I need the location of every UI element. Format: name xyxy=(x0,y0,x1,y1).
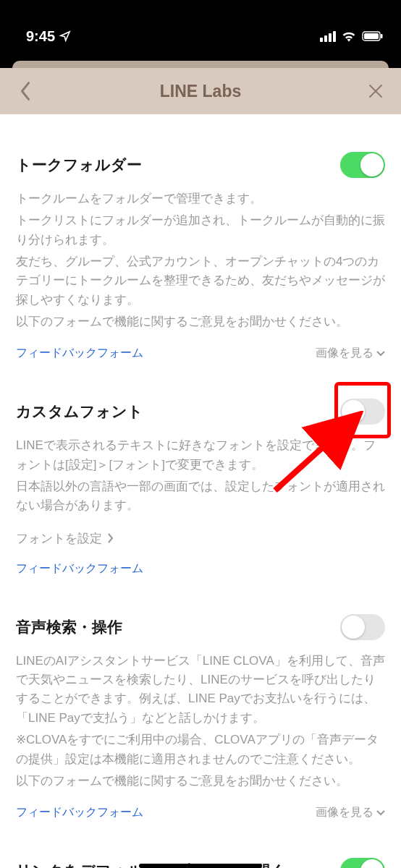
toggle-talk-folder[interactable] xyxy=(340,152,385,178)
section-voice-search: 音声検索・操作 LINEのAIアシスタントサービス「LINE CLOVA」を利用… xyxy=(16,576,385,820)
wifi-icon xyxy=(342,30,356,42)
svg-rect-1 xyxy=(364,33,379,39)
header-bar: LINE Labs xyxy=(0,68,401,114)
section-desc: LINEで表示されるテキストに好きなフォントを設定できます。フォントは[設定]＞… xyxy=(16,436,385,475)
section-custom-font: カスタムフォント LINEで表示されるテキストに好きなフォントを設定できます。フ… xyxy=(16,361,385,576)
feedback-link[interactable]: フィードバックフォーム xyxy=(16,561,143,576)
section-title: 音声検索・操作 xyxy=(16,617,122,637)
status-time: 9:45 xyxy=(26,28,55,45)
section-desc: 以下のフォームで機能に関するご意見をお聞かせください。 xyxy=(16,772,385,791)
section-default-browser: リンクをデフォルトのブラウザで開く LINEアプリ内で送受信したリンクを、LIN… xyxy=(16,820,385,868)
toggle-default-browser[interactable] xyxy=(340,858,385,868)
feedback-link[interactable]: フィードバックフォーム xyxy=(16,805,143,820)
status-right-group xyxy=(320,30,384,42)
section-desc: LINEのAIアシスタントサービス「LINE CLOVA」を利用して、音声で天気… xyxy=(16,652,385,728)
chevron-right-icon xyxy=(108,533,114,543)
font-settings-link[interactable]: フォントを設定 xyxy=(16,530,385,547)
status-bar: 9:45 xyxy=(0,0,401,58)
section-desc: トークリストにフォルダーが追加され、トークルームが自動的に振り分けられます。 xyxy=(16,211,385,250)
section-desc: ※CLOVAをすでにご利用中の場合、CLOVAアプリの「音声データの提供」設定は… xyxy=(16,731,385,769)
section-title: トークフォルダー xyxy=(16,155,142,175)
location-icon xyxy=(59,30,71,42)
status-time-group: 9:45 xyxy=(26,28,71,45)
view-image-link[interactable]: 画像を見る xyxy=(316,346,385,361)
section-desc: トークルームをフォルダーで管理できます。 xyxy=(16,190,385,208)
section-desc: 以下のフォームで機能に関するご意見をお聞かせください。 xyxy=(16,312,385,331)
svg-rect-2 xyxy=(381,34,383,38)
view-image-link[interactable]: 画像を見る xyxy=(316,805,385,820)
page-title: LINE Labs xyxy=(160,82,241,101)
toggle-knob xyxy=(342,616,365,639)
toggle-voice-search[interactable] xyxy=(340,614,385,640)
section-desc: 日本語以外の言語や一部の画面では、設定したフォントが適用されない場合があります。 xyxy=(16,477,385,516)
toggle-custom-font[interactable] xyxy=(340,399,385,425)
section-title: カスタムフォント xyxy=(16,401,143,422)
toggle-knob xyxy=(360,153,384,176)
toggle-knob xyxy=(360,859,384,868)
battery-icon xyxy=(362,31,384,41)
section-talk-folder: トークフォルダー トークルームをフォルダーで管理できます。 トークリストにフォル… xyxy=(16,114,385,361)
content-area: トークフォルダー トークルームをフォルダーで管理できます。 トークリストにフォル… xyxy=(0,114,401,868)
chevron-down-icon xyxy=(376,810,385,816)
chevron-left-icon xyxy=(20,81,31,101)
back-button[interactable] xyxy=(14,80,36,102)
card-stack xyxy=(0,58,401,68)
section-desc: 友だち、グループ、公式アカウント、オープンチャットの4つのカテゴリーにトークルー… xyxy=(16,252,385,310)
toggle-knob xyxy=(342,400,365,423)
close-icon xyxy=(368,83,384,99)
chevron-down-icon xyxy=(376,351,385,357)
feedback-link[interactable]: フィードバックフォーム xyxy=(16,346,143,361)
cellular-icon xyxy=(320,31,336,42)
home-indicator[interactable] xyxy=(139,864,262,868)
close-button[interactable] xyxy=(365,80,387,102)
